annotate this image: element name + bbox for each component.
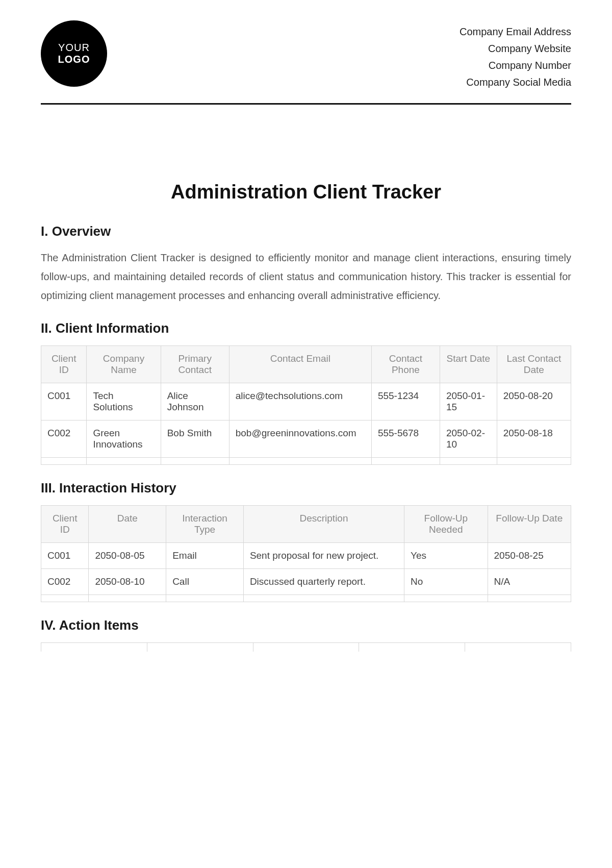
col-date: Date: [89, 506, 166, 543]
cell-description: Sent proposal for new project.: [243, 543, 404, 569]
table-row-empty: [41, 595, 571, 602]
col-primary-contact: Primary Contact: [161, 346, 229, 383]
cell-last-contact-date: 2050-08-18: [497, 420, 571, 458]
cell-interaction-type: Call: [166, 569, 244, 595]
table-header-row: Client ID Date Interaction Type Descript…: [41, 506, 571, 543]
cell-contact-email: alice@techsolutions.com: [229, 383, 371, 420]
cell-contact-email: bob@greeninnovations.com: [229, 420, 371, 458]
cell-description: Discussed quarterly report.: [243, 569, 404, 595]
document-title: Administration Client Tracker: [41, 181, 571, 203]
cell-client-id: C001: [41, 543, 89, 569]
cell-primary-contact: Bob Smith: [161, 420, 229, 458]
section-action-items-heading: IV. Action Items: [41, 617, 571, 633]
col-description: Description: [243, 506, 404, 543]
cell-followup-date: N/A: [488, 569, 571, 595]
table-row: C001 2050-08-05 Email Sent proposal for …: [41, 543, 571, 569]
table-row: C001 Tech Solutions Alice Johnson alice@…: [41, 383, 571, 420]
cell-client-id: C001: [41, 383, 87, 420]
col-interaction-type: Interaction Type: [166, 506, 244, 543]
cell-followup-needed: No: [404, 569, 488, 595]
section-client-info-heading: II. Client Information: [41, 320, 571, 336]
company-social-line: Company Social Media: [460, 74, 571, 91]
cell-followup-needed: Yes: [404, 543, 488, 569]
client-info-table: Client ID Company Name Primary Contact C…: [41, 345, 571, 465]
cell-client-id: C002: [41, 569, 89, 595]
table-row: C002 2050-08-10 Call Discussed quarterly…: [41, 569, 571, 595]
company-number-line: Company Number: [460, 57, 571, 74]
col-contact-phone: Contact Phone: [371, 346, 440, 383]
col-followup-needed: Follow-Up Needed: [404, 506, 488, 543]
cell-last-contact-date: 2050-08-20: [497, 383, 571, 420]
col-client-id: Client ID: [41, 346, 87, 383]
cell-company-name: Green Innovations: [87, 420, 161, 458]
section-interaction-heading: III. Interaction History: [41, 480, 571, 496]
col-contact-email: Contact Email: [229, 346, 371, 383]
cell-contact-phone: 555-1234: [371, 383, 440, 420]
overview-text: The Administration Client Tracker is des…: [41, 249, 571, 305]
company-info-block: Company Email Address Company Website Co…: [460, 20, 571, 91]
col-client-id: Client ID: [41, 506, 89, 543]
cell-start-date: 2050-01-15: [440, 383, 497, 420]
logo-placeholder: YOUR LOGO: [41, 20, 107, 87]
col-company-name: Company Name: [87, 346, 161, 383]
company-email-line: Company Email Address: [460, 23, 571, 40]
table-header-row: Client ID Company Name Primary Contact C…: [41, 346, 571, 383]
cell-company-name: Tech Solutions: [87, 383, 161, 420]
table-row: C002 Green Innovations Bob Smith bob@gre…: [41, 420, 571, 458]
cell-date: 2050-08-10: [89, 569, 166, 595]
document-page: YOUR LOGO Company Email Address Company …: [0, 0, 612, 652]
cell-date: 2050-08-05: [89, 543, 166, 569]
col-followup-date: Follow-Up Date: [488, 506, 571, 543]
company-website-line: Company Website: [460, 40, 571, 57]
cell-contact-phone: 555-5678: [371, 420, 440, 458]
action-items-table-stub: [41, 642, 571, 652]
document-header: YOUR LOGO Company Email Address Company …: [41, 20, 571, 105]
logo-text-line2: LOGO: [58, 54, 90, 65]
table-row-empty: [41, 458, 571, 465]
cell-primary-contact: Alice Johnson: [161, 383, 229, 420]
interaction-history-table: Client ID Date Interaction Type Descript…: [41, 505, 571, 602]
cell-start-date: 2050-02-10: [440, 420, 497, 458]
col-start-date: Start Date: [440, 346, 497, 383]
section-overview-heading: I. Overview: [41, 224, 571, 239]
logo-text-line1: YOUR: [58, 42, 90, 54]
cell-client-id: C002: [41, 420, 87, 458]
cell-followup-date: 2050-08-25: [488, 543, 571, 569]
cell-interaction-type: Email: [166, 543, 244, 569]
col-last-contact-date: Last Contact Date: [497, 346, 571, 383]
